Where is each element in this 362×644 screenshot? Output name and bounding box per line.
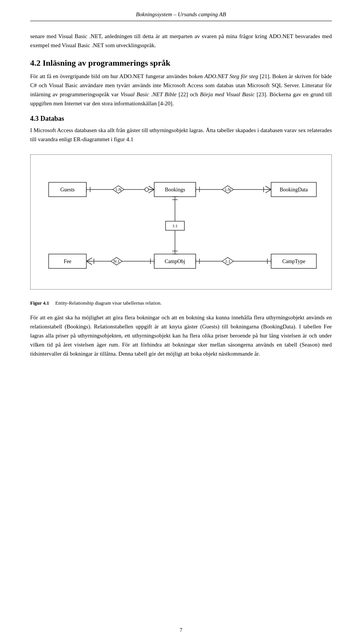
svg-text:CampType: CampType (282, 259, 305, 264)
svg-text:CampObj: CampObj (165, 259, 185, 264)
section-42-heading: 4.2 Inläsning av programmerings språk (30, 58, 332, 68)
figure-label: Figur 4.1 (30, 300, 49, 306)
svg-text:1:N: 1:N (115, 187, 122, 192)
svg-text:BookingData: BookingData (280, 187, 308, 193)
svg-point-20 (145, 188, 149, 191)
svg-line-39 (86, 261, 92, 265)
svg-text:1:1: 1:1 (225, 259, 230, 263)
header-title: Bokningssystem – Ursands camping AB (136, 11, 226, 17)
er-diagram: Guests Bookings BookingData Fee CampObj … (37, 165, 331, 282)
section-43-heading: 4.3 Databas (30, 115, 332, 123)
svg-text:Fee: Fee (64, 259, 71, 264)
figure-caption-text: Entity-Relationship diagram visar tabell… (55, 300, 162, 306)
svg-line-18 (149, 190, 154, 193)
page-number: 7 (180, 627, 183, 633)
page: Bokningssystem – Ursands camping AB sena… (0, 0, 362, 644)
paragraph-2: För att få en övergripande bild om hur A… (30, 72, 332, 108)
svg-text:N:1: N:1 (114, 259, 120, 263)
paragraph-1: senare med Visual Basic .NET, anledninge… (30, 32, 332, 50)
paragraph-4: För att en gäst ska ha möjlighet att gör… (30, 313, 332, 358)
paragraph-3: I Microsoft Access databasen ska allt fr… (30, 126, 332, 144)
svg-line-26 (265, 186, 271, 190)
svg-line-17 (149, 186, 154, 190)
svg-line-38 (86, 258, 92, 261)
er-diagram-container: Guests Bookings BookingData Fee CampObj … (30, 154, 332, 290)
svg-line-27 (265, 190, 271, 193)
svg-text:Bookings: Bookings (165, 187, 185, 193)
svg-text:1:1: 1:1 (172, 223, 178, 228)
figure-caption: Figur 4.1 Entity-Relationship diagram vi… (30, 300, 332, 306)
svg-text:Guests: Guests (60, 187, 75, 193)
svg-text:1:N: 1:N (225, 187, 231, 192)
page-header: Bokningssystem – Ursands camping AB (30, 11, 332, 21)
